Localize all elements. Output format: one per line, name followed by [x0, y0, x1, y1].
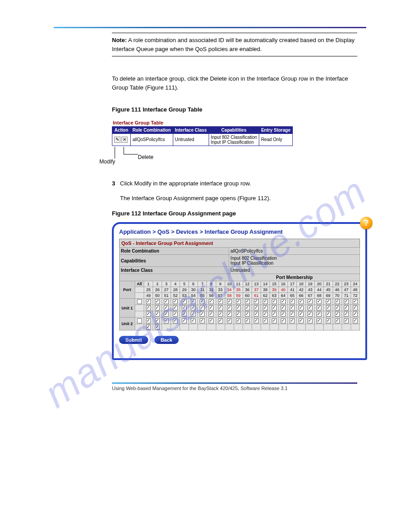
port-checkbox[interactable]	[290, 318, 295, 323]
port-checkbox[interactable]	[254, 299, 259, 304]
unit-all-checkbox[interactable]	[137, 299, 142, 304]
port-checkbox[interactable]	[173, 312, 178, 317]
port-checkbox[interactable]	[164, 318, 169, 323]
port-checkbox[interactable]	[299, 299, 304, 304]
port-checkbox[interactable]	[218, 305, 223, 310]
port-checkbox[interactable]	[155, 318, 160, 323]
port-checkbox[interactable]	[308, 305, 313, 310]
port-checkbox[interactable]	[299, 312, 304, 317]
unit-all-checkbox[interactable]	[137, 318, 142, 323]
port-checkbox[interactable]	[299, 305, 304, 310]
port-checkbox[interactable]	[245, 305, 250, 310]
port-checkbox[interactable]	[308, 299, 313, 304]
back-button[interactable]: Back	[154, 336, 179, 344]
modify-icon[interactable]: ✎	[114, 137, 120, 143]
port-checkbox[interactable]	[326, 312, 331, 317]
port-checkbox[interactable]	[335, 305, 340, 310]
port-checkbox[interactable]	[227, 318, 232, 323]
port-checkbox[interactable]	[263, 299, 268, 304]
port-checkbox[interactable]	[317, 312, 321, 317]
port-checkbox[interactable]	[335, 318, 340, 323]
port-checkbox[interactable]	[254, 305, 259, 310]
port-checkbox[interactable]	[254, 318, 259, 323]
delete-icon[interactable]: ✕	[121, 137, 128, 143]
help-icon[interactable]: ?	[360, 217, 372, 229]
port-checkbox[interactable]	[236, 318, 241, 323]
port-checkbox[interactable]	[317, 299, 321, 304]
port-checkbox[interactable]	[344, 299, 349, 304]
port-checkbox[interactable]	[155, 325, 160, 330]
port-checkbox[interactable]	[281, 312, 286, 317]
port-checkbox[interactable]	[308, 312, 313, 317]
port-checkbox[interactable]	[353, 305, 358, 310]
port-checkbox[interactable]	[191, 318, 196, 323]
submit-button[interactable]: Submit	[119, 336, 148, 344]
port-checkbox[interactable]	[344, 305, 349, 310]
port-checkbox[interactable]	[290, 299, 295, 304]
port-checkbox[interactable]	[290, 305, 295, 310]
port-checkbox[interactable]	[182, 299, 187, 304]
port-checkbox[interactable]	[173, 318, 178, 323]
port-checkbox[interactable]	[209, 318, 214, 323]
port-checkbox[interactable]	[263, 312, 268, 317]
port-checkbox[interactable]	[245, 299, 250, 304]
port-checkbox[interactable]	[146, 325, 151, 330]
port-checkbox[interactable]	[155, 305, 160, 310]
port-checkbox[interactable]	[173, 305, 178, 310]
port-checkbox[interactable]	[290, 312, 295, 317]
port-checkbox[interactable]	[218, 299, 223, 304]
port-checkbox[interactable]	[326, 318, 331, 323]
port-checkbox[interactable]	[218, 312, 223, 317]
port-checkbox[interactable]	[209, 312, 214, 317]
port-checkbox[interactable]	[335, 299, 340, 304]
port-checkbox[interactable]	[344, 312, 349, 317]
port-checkbox[interactable]	[155, 312, 160, 317]
port-checkbox[interactable]	[272, 312, 277, 317]
port-checkbox[interactable]	[191, 312, 196, 317]
port-checkbox[interactable]	[191, 305, 196, 310]
port-checkbox[interactable]	[191, 299, 196, 304]
port-checkbox[interactable]	[227, 312, 232, 317]
port-checkbox[interactable]	[326, 299, 331, 304]
port-checkbox[interactable]	[182, 318, 187, 323]
port-checkbox[interactable]	[344, 318, 349, 323]
port-checkbox[interactable]	[236, 299, 241, 304]
port-checkbox[interactable]	[308, 318, 313, 323]
port-checkbox[interactable]	[353, 299, 358, 304]
port-checkbox[interactable]	[263, 318, 268, 323]
port-checkbox[interactable]	[182, 312, 187, 317]
port-checkbox[interactable]	[236, 312, 241, 317]
port-checkbox[interactable]	[200, 312, 205, 317]
port-checkbox[interactable]	[146, 299, 151, 304]
port-checkbox[interactable]	[281, 299, 286, 304]
port-checkbox[interactable]	[317, 305, 321, 310]
port-checkbox[interactable]	[272, 305, 277, 310]
port-checkbox[interactable]	[317, 318, 321, 323]
port-checkbox[interactable]	[200, 299, 205, 304]
port-checkbox[interactable]	[263, 305, 268, 310]
port-checkbox[interactable]	[209, 305, 214, 310]
port-checkbox[interactable]	[245, 312, 250, 317]
port-checkbox[interactable]	[200, 305, 205, 310]
port-checkbox[interactable]	[227, 299, 232, 304]
port-checkbox[interactable]	[164, 305, 169, 310]
port-checkbox[interactable]	[173, 299, 178, 304]
port-checkbox[interactable]	[299, 318, 304, 323]
port-checkbox[interactable]	[182, 305, 187, 310]
port-checkbox[interactable]	[281, 318, 286, 323]
port-checkbox[interactable]	[146, 312, 151, 317]
port-checkbox[interactable]	[353, 318, 358, 323]
port-checkbox[interactable]	[164, 312, 169, 317]
port-checkbox[interactable]	[272, 299, 277, 304]
port-checkbox[interactable]	[272, 318, 277, 323]
port-checkbox[interactable]	[218, 318, 223, 323]
port-checkbox[interactable]	[245, 318, 250, 323]
port-checkbox[interactable]	[335, 312, 340, 317]
port-checkbox[interactable]	[326, 305, 331, 310]
port-checkbox[interactable]	[281, 305, 286, 310]
port-checkbox[interactable]	[254, 312, 259, 317]
port-checkbox[interactable]	[155, 299, 160, 304]
port-checkbox[interactable]	[146, 305, 151, 310]
port-checkbox[interactable]	[227, 305, 232, 310]
port-checkbox[interactable]	[200, 318, 205, 323]
